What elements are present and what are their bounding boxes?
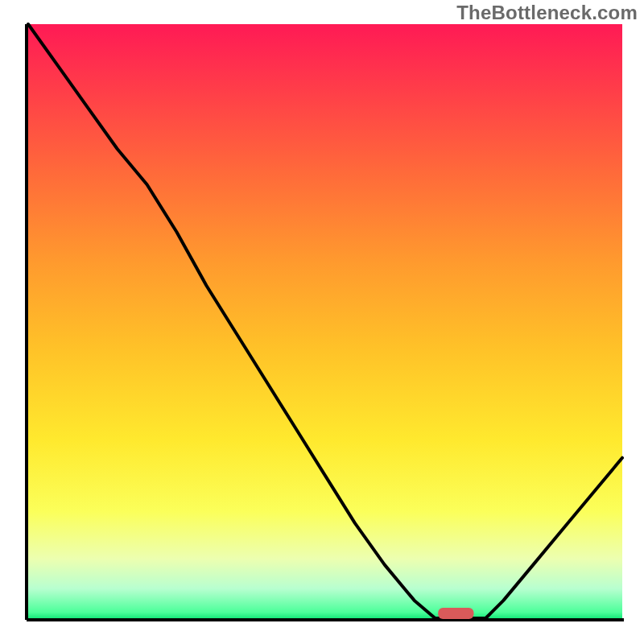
chart-container: TheBottleneck.com: [0, 0, 644, 644]
bottleneck-chart: [0, 0, 644, 644]
optimal-marker: [438, 608, 473, 619]
plot-background: [28, 24, 622, 618]
